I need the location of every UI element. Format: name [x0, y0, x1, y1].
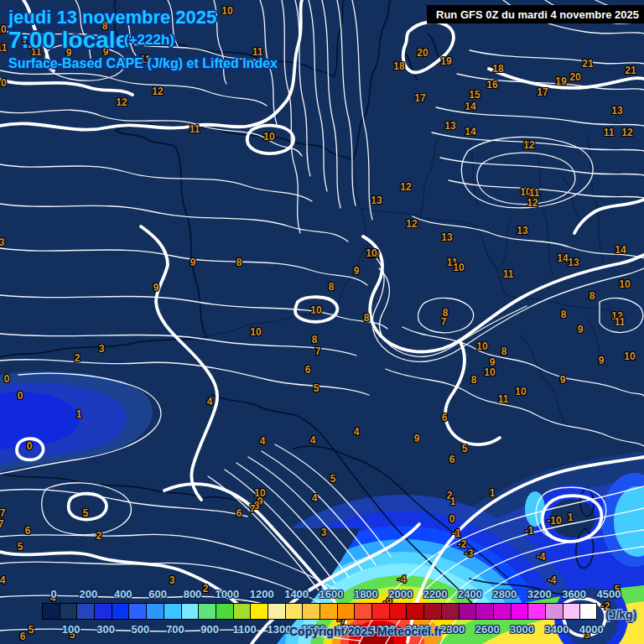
- map-value-label: 14: [465, 101, 475, 112]
- map-value-label: 7: [250, 503, 256, 515]
- map-value-label: 4: [260, 435, 266, 447]
- map-subtitle: Surface-Based CAPE (J/kg) et Lifted Inde…: [8, 56, 278, 71]
- map-value-label: 16: [486, 79, 497, 91]
- scale-tick-label: 1600: [319, 588, 344, 600]
- map-value-label: 4: [310, 434, 316, 446]
- map-value-label: 20: [417, 47, 428, 59]
- map-value-label: 10: [0, 77, 7, 89]
- scale-tick-label: 1000: [215, 588, 239, 600]
- map-value-label: -4: [397, 574, 407, 585]
- map-value-label: 4: [354, 426, 360, 438]
- scale-color-box: [389, 603, 407, 620]
- map-value-label: 10: [0, 23, 7, 35]
- map-value-label: 13: [444, 120, 455, 132]
- scale-tick-label: 800: [184, 588, 202, 600]
- map-value-label: 14: [557, 252, 568, 264]
- map-value-label: 5: [462, 443, 468, 454]
- map-value-label: 8: [561, 309, 567, 320]
- scale-color-box: [94, 603, 112, 620]
- scale-color-box: [250, 603, 267, 620]
- scale-color-box: [406, 603, 423, 620]
- map-value-label: 5: [83, 507, 89, 519]
- scale-tick-label: 2300: [440, 623, 465, 636]
- map-value-label: 10: [250, 326, 261, 338]
- map-value-label: 7: [441, 316, 447, 328]
- scale-tick-label: 2000: [388, 588, 413, 600]
- scale-tick-label: 900: [200, 623, 219, 636]
- map-value-label: 4: [312, 492, 318, 504]
- scale-tick-label: 3600: [562, 588, 586, 600]
- map-value-label: 5: [330, 473, 336, 485]
- map-value-label: 10: [310, 304, 321, 316]
- map-value-label: 0: [18, 390, 23, 402]
- title-time: 7:00 locale: [8, 27, 128, 54]
- scale-color-box: [233, 603, 251, 620]
- scale-color-box: [60, 603, 77, 620]
- map-value-label: 3: [99, 343, 105, 355]
- scale-color-box: [267, 603, 285, 620]
- map-value-label: 15: [469, 89, 480, 101]
- map-value-label: 10: [619, 278, 630, 290]
- scale-color-box: [128, 603, 146, 620]
- scale-tick-label: 4500: [597, 588, 621, 600]
- map-value-label: 14: [465, 126, 475, 138]
- scale-color-box: [302, 603, 319, 620]
- scale-tick-label: 4000: [579, 623, 604, 636]
- map-value-label: 6: [305, 364, 311, 376]
- map-value-label: 9: [354, 265, 360, 277]
- map-value-label: -4: [548, 574, 557, 586]
- scale-color-box: [545, 603, 563, 620]
- scale-color-box: [527, 603, 545, 620]
- map-value-label: 12: [116, 96, 127, 108]
- map-value-label: 10: [476, 340, 487, 352]
- map-value-label: -4: [537, 551, 546, 563]
- scale-tick-label: 400: [114, 588, 132, 600]
- map-value-label: 14: [615, 244, 626, 256]
- map-value-label: 0: [27, 440, 33, 452]
- scale-color-box: [423, 603, 441, 620]
- map-value-label: 17: [414, 92, 425, 104]
- scale-color-box: [441, 603, 459, 620]
- map-value-label: 3: [169, 574, 175, 586]
- map-value-label: 6: [20, 631, 26, 642]
- map-value-label: 2: [203, 583, 209, 595]
- scale-color-box: [216, 603, 233, 620]
- map-value-label: 11: [604, 127, 615, 138]
- map-value-label: 18: [393, 60, 404, 72]
- scale-color-box: [76, 603, 94, 620]
- map-value-label: 13: [517, 225, 527, 236]
- cape-color-scale: [42, 603, 597, 620]
- scale-color-box: [579, 603, 597, 620]
- map-value-label: 2: [96, 530, 102, 542]
- map-value-label: 8: [501, 345, 507, 357]
- scale-color-box: [475, 603, 493, 620]
- scale-color-box: [164, 603, 181, 620]
- map-value-label: 4: [0, 574, 5, 586]
- map-value-label: 12: [406, 218, 417, 230]
- scale-color-box: [563, 603, 580, 620]
- map-value-label: 8: [236, 257, 242, 268]
- scale-tick-label: 1200: [250, 588, 274, 600]
- map-value-label: 1: [450, 496, 456, 507]
- map-value-label: 8: [364, 312, 370, 324]
- map-value-label: 1: [490, 487, 496, 499]
- map-value-label: 10: [515, 386, 526, 397]
- scale-color-box: [198, 603, 216, 620]
- map-value-label: 10: [453, 262, 464, 273]
- scale-tick-label: 300: [96, 623, 115, 636]
- map-value-label: 12: [523, 139, 534, 151]
- map-value-label: 13: [371, 195, 382, 206]
- map-value-label: 9: [190, 257, 196, 268]
- scale-color-box: [511, 603, 528, 620]
- scale-tick-label: 0: [50, 588, 56, 600]
- map-value-label: 9: [414, 433, 420, 444]
- map-value-label: 20: [569, 71, 580, 83]
- map-value-label: 8: [312, 334, 318, 345]
- map-value-label: 8: [471, 374, 477, 386]
- map-value-label: 5: [18, 541, 23, 553]
- scale-color-box: [371, 603, 389, 620]
- scale-tick-label: 3200: [527, 588, 552, 600]
- scale-tick-label: 600: [148, 588, 167, 600]
- scale-tick-label: 500: [132, 623, 150, 636]
- map-value-label: -1: [525, 525, 534, 537]
